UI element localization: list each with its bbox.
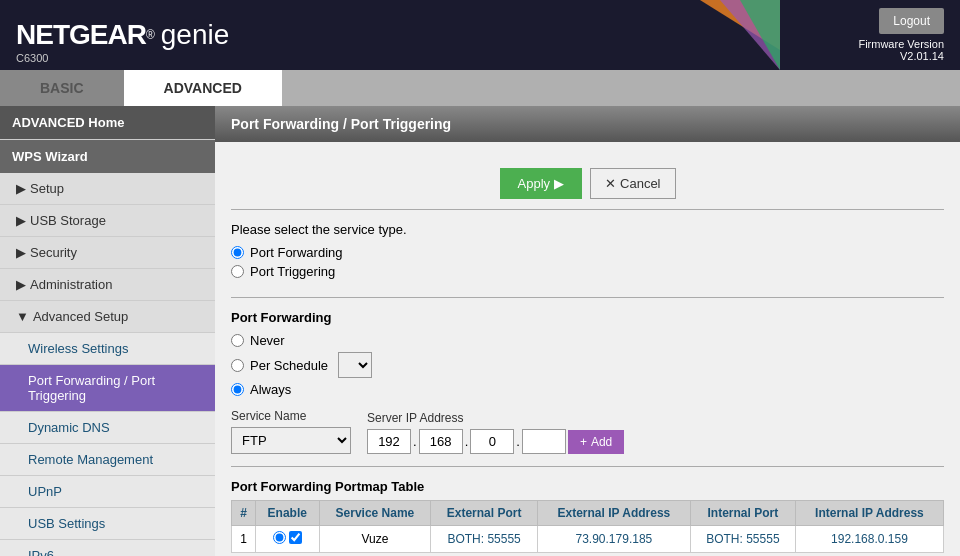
per-schedule-label: Per Schedule: [250, 358, 328, 373]
cell-external-port: BOTH: 55555: [431, 526, 538, 553]
server-ip-field: Server IP Address . . . + Add: [367, 411, 624, 454]
sidebar-item-upnp[interactable]: UPnP: [0, 476, 215, 508]
col-external-port: External Port: [431, 501, 538, 526]
port-triggering-radio-text: Port Triggering: [250, 264, 335, 279]
per-schedule-radio[interactable]: [231, 359, 244, 372]
sidebar-item-setup[interactable]: ▶ Setup: [0, 173, 215, 205]
table-body: 1 Vuze BOTH: 55555 73.90.179.185 BOTH: 5…: [232, 526, 944, 553]
main-layout: ADVANCED Home WPS Wizard ▶ Setup ▶ USB S…: [0, 106, 960, 556]
never-label: Never: [250, 333, 285, 348]
cancel-label: Cancel: [620, 176, 660, 191]
sidebar-item-wps-wizard[interactable]: WPS Wizard: [0, 140, 215, 173]
ip-octet-1[interactable]: [367, 429, 411, 454]
cell-internal-ip: 192.168.0.159: [795, 526, 943, 553]
header-right: Logout Firmware Version V2.01.14: [858, 8, 944, 62]
ip-octet-3[interactable]: [470, 429, 514, 454]
arrow-icon: ▶: [16, 245, 26, 260]
cell-internal-port: BOTH: 55555: [690, 526, 795, 553]
arrow-icon: ▶: [16, 213, 26, 228]
table-title: Port Forwarding Portmap Table: [231, 479, 944, 494]
add-button[interactable]: + Add: [568, 430, 624, 454]
table-head: # Enable Service Name External Port Exte…: [232, 501, 944, 526]
ip-octet-4[interactable]: [522, 429, 566, 454]
col-service-name: Service Name: [319, 501, 431, 526]
cell-external-ip: 73.90.179.185: [537, 526, 690, 553]
sidebar-item-port-forwarding[interactable]: Port Forwarding / PortTriggering: [0, 365, 215, 412]
never-radio-label[interactable]: Never: [231, 333, 944, 348]
ip-octet-2[interactable]: [419, 429, 463, 454]
arrow-down-icon: ▼: [16, 309, 29, 324]
portmap-table: # Enable Service Name External Port Exte…: [231, 500, 944, 553]
ip-sep-1: .: [413, 434, 417, 449]
port-triggering-radio-label[interactable]: Port Triggering: [231, 264, 944, 279]
service-type-section: Please select the service type. Port For…: [231, 222, 944, 298]
plus-icon: +: [580, 435, 587, 449]
port-forwarding-section: Port Forwarding Never Per Schedule Alway…: [231, 310, 944, 467]
arrow-icon: ▶: [16, 277, 26, 292]
col-external-ip: External IP Address: [537, 501, 690, 526]
firmware-info: Firmware Version V2.01.14: [858, 38, 944, 62]
col-internal-ip: Internal IP Address: [795, 501, 943, 526]
header: NETGEAR® genie Logout Firmware Version V…: [0, 0, 960, 70]
arrow-icon: ▶: [16, 181, 26, 196]
row-select-radio[interactable]: [273, 531, 286, 544]
ip-inputs: . . . + Add: [367, 429, 624, 454]
sidebar-item-usb-storage[interactable]: ▶ USB Storage: [0, 205, 215, 237]
page-title: Port Forwarding / Port Triggering: [215, 106, 960, 142]
always-radio[interactable]: [231, 383, 244, 396]
service-type-radio-group: Port Forwarding Port Triggering: [231, 245, 944, 279]
never-radio[interactable]: [231, 334, 244, 347]
per-schedule-radio-label[interactable]: Per Schedule: [231, 352, 944, 378]
sidebar-item-usb-settings[interactable]: USB Settings: [0, 508, 215, 540]
cancel-button[interactable]: ✕ Cancel: [590, 168, 675, 199]
sidebar-item-advanced-home[interactable]: ADVANCED Home: [0, 106, 215, 140]
service-name-select[interactable]: FTP: [231, 427, 351, 454]
service-ip-row: Service Name FTP Server IP Address . .: [231, 409, 944, 454]
content-body: Apply ▶ ✕ Cancel Please select the servi…: [215, 142, 960, 556]
sidebar-item-usb-label: USB Storage: [30, 213, 106, 228]
cell-service-name: Vuze: [319, 526, 431, 553]
tab-advanced[interactable]: ADVANCED: [124, 70, 282, 106]
logout-button[interactable]: Logout: [879, 8, 944, 34]
logo: NETGEAR® genie: [16, 19, 229, 51]
server-ip-label: Server IP Address: [367, 411, 624, 425]
row-enable-checkbox[interactable]: [289, 531, 302, 544]
sidebar-item-advanced-setup[interactable]: ▼ Advanced Setup: [0, 301, 215, 333]
sidebar-item-remote-management[interactable]: Remote Management: [0, 444, 215, 476]
nav-tabs: BASIC ADVANCED: [0, 70, 960, 106]
apply-arrow-icon: ▶: [554, 176, 564, 191]
sidebar-item-advanced-setup-label: Advanced Setup: [33, 309, 128, 324]
sidebar-item-dynamic-dns[interactable]: Dynamic DNS: [0, 412, 215, 444]
port-forwarding-section-title: Port Forwarding: [231, 310, 944, 325]
sidebar-item-wireless-settings[interactable]: Wireless Settings: [0, 333, 215, 365]
ip-sep-3: .: [516, 434, 520, 449]
port-forwarding-radio-text: Port Forwarding: [250, 245, 342, 260]
cell-radio[interactable]: [255, 526, 319, 553]
sidebar-item-ipv6[interactable]: IPv6: [0, 540, 215, 556]
col-num: #: [232, 501, 256, 526]
firmware-version: V2.01.14: [858, 50, 944, 62]
sidebar-item-security[interactable]: ▶ Security: [0, 237, 215, 269]
service-name-label: Service Name: [231, 409, 351, 423]
logo-triangle: [690, 0, 780, 70]
always-label: Always: [250, 382, 291, 397]
firmware-label: Firmware Version: [858, 38, 944, 50]
logo-netgear: NETGEAR: [16, 19, 146, 51]
col-internal-port: Internal Port: [690, 501, 795, 526]
port-forwarding-radio[interactable]: [231, 246, 244, 259]
always-radio-label[interactable]: Always: [231, 382, 944, 397]
port-triggering-radio[interactable]: [231, 265, 244, 278]
table-row: 1 Vuze BOTH: 55555 73.90.179.185 BOTH: 5…: [232, 526, 944, 553]
table-header-row: # Enable Service Name External Port Exte…: [232, 501, 944, 526]
apply-button[interactable]: Apply ▶: [500, 168, 583, 199]
schedule-select[interactable]: [338, 352, 372, 378]
sidebar-item-administration[interactable]: ▶ Administration: [0, 269, 215, 301]
content-area: Port Forwarding / Port Triggering Apply …: [215, 106, 960, 556]
port-forwarding-radio-label[interactable]: Port Forwarding: [231, 245, 944, 260]
svg-marker-2: [740, 0, 780, 70]
apply-label: Apply: [518, 176, 551, 191]
col-enable: Enable: [255, 501, 319, 526]
tab-basic[interactable]: BASIC: [0, 70, 124, 106]
sidebar-item-security-label: Security: [30, 245, 77, 260]
logo-genie: genie: [161, 19, 230, 51]
